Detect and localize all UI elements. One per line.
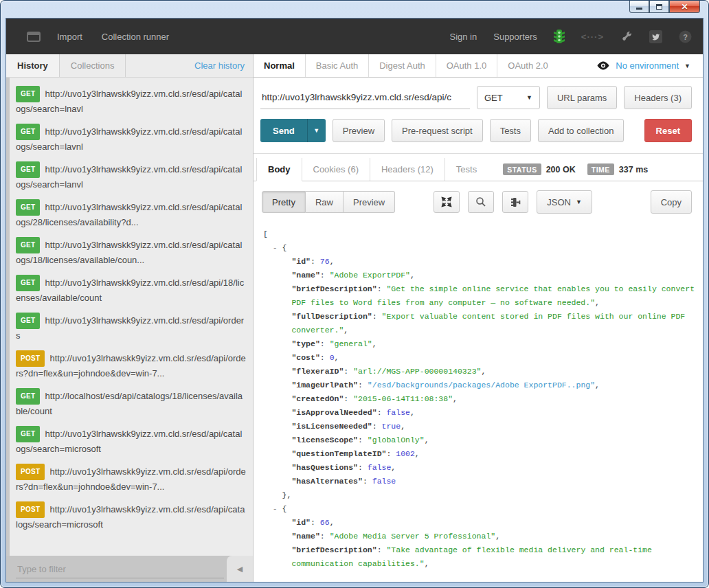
collections-window-icon[interactable] <box>27 32 41 42</box>
code-line: "fullDescription": "Export valuable cont… <box>263 310 697 337</box>
tab-history[interactable]: History <box>6 54 60 77</box>
history-item[interactable]: GEThttp://uvo1y3lrhawskk9yizz.vm.cld.sr/… <box>16 275 246 305</box>
history-item[interactable]: GEThttp://uvo1y3lrhawskk9yizz.vm.cld.sr/… <box>16 161 246 192</box>
code-token: "isLicenseNeeded" <box>291 422 372 431</box>
raw-button[interactable]: Raw <box>306 191 344 213</box>
code-line: "flexeraID": "arl://MGS-APP-00000140323"… <box>263 365 697 378</box>
eye-icon <box>596 61 610 70</box>
method-badge: GET <box>16 313 40 329</box>
traffic-light-icon[interactable] <box>554 29 565 44</box>
send-button[interactable]: Send <box>260 119 307 142</box>
tab-normal[interactable]: Normal <box>254 54 306 77</box>
code-token: }, <box>282 490 292 499</box>
history-item[interactable]: POSThttp://uvo1y3lrhawskk9yizz.vm.cld.sr… <box>16 501 246 532</box>
history-item[interactable]: GEThttp://uvo1y3lrhawskk9yizz.vm.cld.sr/… <box>16 313 246 343</box>
copy-button[interactable]: Copy <box>651 190 692 214</box>
tab-headers[interactable]: Headers (12) <box>370 158 445 181</box>
history-url: http://uvo1y3lrhawskk9yizz.vm.cld.sr/esd… <box>16 353 246 378</box>
preview-mode-button[interactable]: Preview <box>344 191 395 213</box>
window-controls: ✕ <box>629 1 700 13</box>
tab-cookies[interactable]: Cookies (6) <box>302 158 370 181</box>
collapse-left-icon: ◀ <box>237 565 243 574</box>
code-line: "hasQuestions": false, <box>263 461 697 475</box>
help-icon[interactable]: ? <box>679 30 692 43</box>
preview-button[interactable]: Preview <box>333 119 385 142</box>
tests-button[interactable]: Tests <box>490 119 531 142</box>
tab-oauth-2[interactable]: OAuth 2.0 <box>497 54 559 77</box>
history-item[interactable]: GEThttp://localhost/esd/api/catalogs/18/… <box>16 388 246 418</box>
restore-icon <box>656 4 662 10</box>
code-token: "arl://MGS-APP-00000140323" <box>353 367 481 376</box>
prerequest-script-button[interactable]: Pre-request script <box>392 119 483 142</box>
tab-digest-auth[interactable]: Digest Auth <box>369 54 436 77</box>
tab-body[interactable]: Body <box>256 158 302 181</box>
code-line: [ <box>263 227 697 241</box>
close-button[interactable]: ✕ <box>669 1 700 13</box>
sidebar-scrollbar[interactable] <box>6 78 10 582</box>
code-token: , <box>330 518 335 527</box>
code-token: "cost" <box>291 353 319 362</box>
format-select[interactable]: JSON ▼ <box>537 190 592 214</box>
code-token: "questionTemplateID" <box>291 449 386 458</box>
tab-oauth-1[interactable]: OAuth 1.0 <box>436 54 498 77</box>
code-line: "licenseScope": "globalOnly", <box>263 433 697 447</box>
send-options-button[interactable]: ▼ <box>307 119 326 142</box>
toolbar-right: Sign in Supporters <···> <box>449 29 692 44</box>
expand-button[interactable] <box>434 191 460 213</box>
environment-selector[interactable]: No environment ▼ <box>596 54 703 77</box>
search-button[interactable] <box>468 191 494 213</box>
minimize-button[interactable] <box>629 1 649 13</box>
history-item[interactable]: POSThttp://uvo1y3lrhawskk9yizz.vm.cld.sr… <box>16 464 246 494</box>
history-item[interactable]: GEThttp://uvo1y3lrhawskk9yizz.vm.cld.sr/… <box>16 124 246 154</box>
history-url: http://uvo1y3lrhawskk9yizz.vm.cld.sr/esd… <box>16 466 246 492</box>
window-titlebar[interactable]: ✕ <box>1 1 708 18</box>
code-token: "id" <box>291 257 311 266</box>
time-badge: TIME <box>587 163 614 175</box>
history-item[interactable]: POSThttp://uvo1y3lrhawskk9yizz.vm.cld.sr… <box>16 350 246 381</box>
tab-collections[interactable]: Collections <box>60 54 126 77</box>
code-token: "licenseScope" <box>291 436 358 444</box>
code-token: : <box>344 394 353 403</box>
code-icon[interactable]: <···> <box>581 32 604 42</box>
code-token: , <box>425 559 429 568</box>
twitter-icon[interactable] <box>649 30 662 43</box>
url-input[interactable] <box>260 89 470 109</box>
clear-history-link[interactable]: Clear history <box>194 54 253 77</box>
fold-toggle[interactable]: - <box>273 243 282 252</box>
format-indent-button[interactable] <box>502 191 528 213</box>
pretty-button[interactable]: Pretty <box>262 191 306 213</box>
url-params-button[interactable]: URL params <box>547 86 617 109</box>
history-item[interactable]: GEThttp://uvo1y3lrhawskk9yizz.vm.cld.sr/… <box>16 237 246 267</box>
restore-button[interactable] <box>649 1 669 13</box>
code-token: : <box>320 532 330 541</box>
code-token: , <box>410 408 415 417</box>
collection-runner-button[interactable]: Collection runner <box>102 32 169 42</box>
method-badge: GET <box>16 275 40 291</box>
history-item[interactable]: GEThttp://uvo1y3lrhawskk9yizz.vm.cld.sr/… <box>16 86 246 116</box>
code-token: "general" <box>330 339 372 348</box>
wrench-icon[interactable] <box>620 30 633 43</box>
history-url: http://uvo1y3lrhawskk9yizz.vm.cld.sr/esd… <box>16 164 242 190</box>
sign-in-button[interactable]: Sign in <box>449 32 477 42</box>
add-to-collection-button[interactable]: Add to collection <box>538 119 624 142</box>
sidebar-collapse-button[interactable]: ◀ <box>227 556 253 582</box>
code-token: "createdOn" <box>291 394 344 403</box>
code-token: 76 <box>320 257 330 266</box>
code-token: , <box>425 436 429 444</box>
import-button[interactable]: Import <box>57 32 82 42</box>
code-token: : <box>363 477 372 486</box>
code-line: "id": 66, <box>263 516 697 530</box>
method-select[interactable]: GET ▼ <box>477 86 540 109</box>
code-token: "hasQuestions" <box>291 463 358 472</box>
filter-input[interactable] <box>16 563 227 575</box>
history-item[interactable]: GEThttp://uvo1y3lrhawskk9yizz.vm.cld.sr/… <box>16 199 246 229</box>
history-url: http://uvo1y3lrhawskk9yizz.vm.cld.sr/esd… <box>16 126 242 152</box>
supporters-button[interactable]: Supporters <box>493 32 537 42</box>
tab-basic-auth[interactable]: Basic Auth <box>306 54 369 77</box>
tab-tests[interactable]: Tests <box>445 158 488 181</box>
history-item[interactable]: GEThttp://uvo1y3lrhawskk9yizz.vm.cld.sr/… <box>16 426 246 456</box>
reset-button[interactable]: Reset <box>644 119 692 142</box>
fold-toggle[interactable]: - <box>273 504 282 513</box>
code-token: false <box>372 477 396 486</box>
headers-button[interactable]: Headers (3) <box>624 86 692 109</box>
